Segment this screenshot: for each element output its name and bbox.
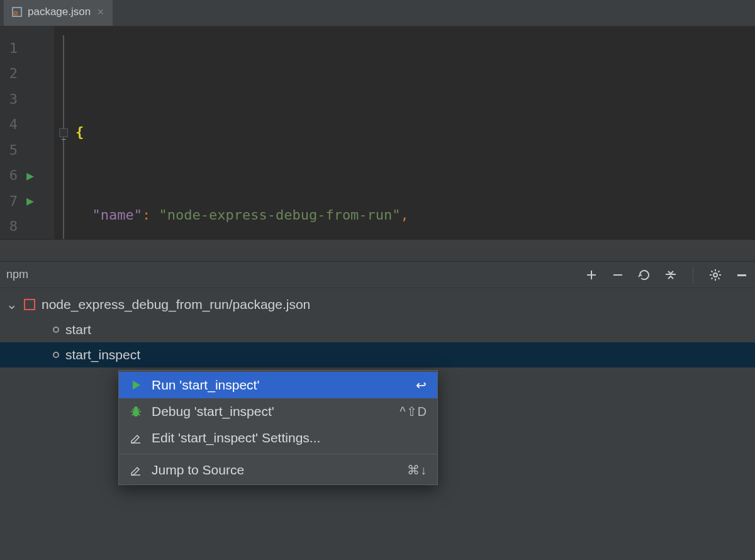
menu-item-edit[interactable]: Edit 'start_inspect' Settings... xyxy=(119,425,437,451)
tree-root-row[interactable]: ⌄ node_express_debug_from_run/package.js… xyxy=(0,292,755,317)
run-gutter-icon[interactable]: ▶ xyxy=(26,193,34,208)
edit-icon xyxy=(129,464,143,476)
line-number: 4 xyxy=(5,116,18,132)
menu-item-label: Debug 'start_inspect' xyxy=(152,404,391,419)
pane-splitter[interactable] xyxy=(0,239,755,262)
npm-script-label: start_inspect xyxy=(65,347,140,362)
tool-window-header: npm xyxy=(0,262,755,288)
menu-item-shortcut: ⌘↓ xyxy=(407,462,427,478)
collapse-icon[interactable] xyxy=(664,268,678,282)
menu-separator xyxy=(119,454,437,454)
npm-script-label: start xyxy=(65,322,91,337)
context-menu: Run 'start_inspect' ↩ Debug 'start_inspe… xyxy=(118,370,438,485)
svg-rect-3 xyxy=(737,274,746,276)
editor-tab-title: package.json xyxy=(28,6,91,18)
ide-window: package.json × 1 2 3 4 5 6▶ 7▶ 8 { "name… xyxy=(0,0,755,560)
menu-item-shortcut: ^⇧D xyxy=(400,404,427,419)
line-number: 2 xyxy=(5,65,18,81)
editor-gutter: 1 2 3 4 5 6▶ 7▶ 8 xyxy=(0,26,54,239)
run-icon xyxy=(129,379,143,391)
npm-tool-pane: ⌄ node_express_debug_from_run/package.js… xyxy=(0,288,755,560)
tool-window-title: npm xyxy=(6,268,28,281)
bullet-icon xyxy=(53,352,59,358)
svg-point-5 xyxy=(134,406,138,410)
tool-window-actions xyxy=(584,267,749,283)
menu-item-run[interactable]: Run 'start_inspect' ↩ xyxy=(119,372,437,398)
run-gutter-icon[interactable]: ▶ xyxy=(26,168,34,183)
svg-point-2 xyxy=(713,273,717,277)
bullet-icon xyxy=(53,327,59,333)
refresh-icon[interactable] xyxy=(637,268,651,282)
code-token: { xyxy=(76,124,84,140)
editor-tabbar: package.json × xyxy=(0,0,755,26)
bug-icon xyxy=(129,405,143,418)
npm-script-item[interactable]: start xyxy=(0,317,755,342)
menu-item-shortcut: ↩ xyxy=(416,378,427,393)
remove-icon[interactable] xyxy=(611,268,625,282)
gear-icon[interactable] xyxy=(708,268,722,282)
code-token: "name" xyxy=(92,207,142,223)
menu-item-debug[interactable]: Debug 'start_inspect' ^⇧D xyxy=(119,398,437,425)
line-number: 7 xyxy=(5,193,18,209)
tree-root-label: node_express_debug_from_run/package.json xyxy=(42,297,310,312)
code-token: : xyxy=(142,207,150,223)
editor-tab[interactable]: package.json × xyxy=(4,0,113,26)
menu-item-label: Jump to Source xyxy=(152,462,398,478)
add-icon[interactable] xyxy=(584,268,598,282)
code-token: , xyxy=(401,207,409,223)
npm-file-icon xyxy=(11,6,23,18)
npm-script-item[interactable]: start_inspect xyxy=(0,342,755,367)
menu-item-jump[interactable]: Jump to Source ⌘↓ xyxy=(119,457,437,483)
code-area[interactable]: { "name": "node-express-debug-from-run",… xyxy=(54,26,755,239)
svg-point-1 xyxy=(14,12,18,15)
code-token: "node-express-debug-from-run" xyxy=(159,207,400,223)
menu-item-label: Run 'start_inspect' xyxy=(152,378,407,393)
line-number: 1 xyxy=(5,40,18,56)
fold-toggle-icon[interactable] xyxy=(59,128,68,137)
hide-icon[interactable] xyxy=(735,268,749,282)
package-json-icon xyxy=(24,299,35,310)
separator xyxy=(693,267,693,283)
menu-item-label: Edit 'start_inspect' Settings... xyxy=(152,430,418,445)
edit-icon xyxy=(129,432,143,444)
line-number: 5 xyxy=(5,142,18,158)
line-number: 8 xyxy=(5,218,18,234)
line-number: 6 xyxy=(5,167,18,183)
line-number: 3 xyxy=(5,91,18,107)
close-icon[interactable]: × xyxy=(96,5,105,19)
chevron-down-icon[interactable]: ⌄ xyxy=(6,297,18,312)
code-editor[interactable]: 1 2 3 4 5 6▶ 7▶ 8 { "name": "node-expres… xyxy=(0,26,755,239)
